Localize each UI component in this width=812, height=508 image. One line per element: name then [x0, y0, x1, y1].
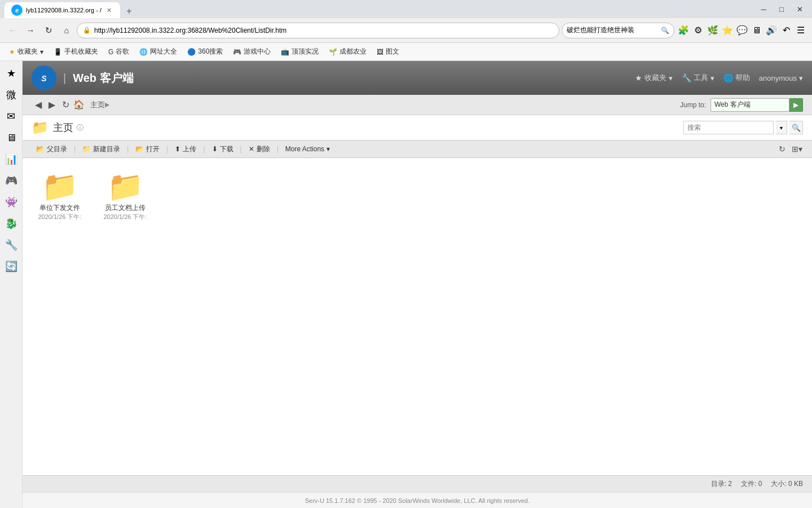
delete-button[interactable]: ✕ 删除	[244, 143, 275, 156]
dropdown-icon: ▾	[40, 48, 43, 56]
parent-dir-icon: 📂	[36, 145, 45, 153]
file-search-input[interactable]	[683, 121, 774, 134]
browser-toolbar-icons: 🧩 ⚙ 🌿 ⭐ 💬 🖥 🔊 ↶ ☰	[677, 24, 807, 37]
download-icon: ⬇	[212, 145, 218, 153]
jump-to-select: ▶	[710, 98, 803, 112]
tab-close-button[interactable]: ✕	[105, 6, 113, 15]
left-sidebar: ★ 微 ✉ 🖥 📊 🎮 👾 🐉 🔧 🔄	[0, 61, 23, 508]
file-item-1[interactable]: 📁 员工文档上传 2020/1/26 下午:	[97, 167, 153, 226]
more-actions-button[interactable]: More Actions ▾	[281, 143, 334, 155]
maximize-button[interactable]: □	[774, 3, 789, 15]
open-icon: 📂	[135, 145, 144, 153]
bookmark-google-icon: G	[108, 48, 113, 56]
folder-info-icon[interactable]: ⓘ	[77, 123, 83, 133]
bookmark-img[interactable]: 🖼 图文	[372, 45, 404, 58]
bookmark-agri[interactable]: 🌱 成都农业	[324, 45, 371, 58]
close-button[interactable]: ✕	[792, 3, 807, 15]
bookmark-hao123-icon: 🌐	[139, 48, 148, 56]
bookmark-mobile-icon: 📱	[54, 48, 62, 56]
nav-bar: ← → ↻ ⌂ 🔒 🔍 🧩 ⚙ 🌿 ⭐ 💬 🖥 🔊 ↶ ☰	[0, 18, 812, 43]
folder-item-icon-1: 📁	[107, 172, 144, 201]
servu-favorites-menu[interactable]: ★ 收藏夹 ▾	[635, 73, 673, 83]
refresh-button[interactable]: ↻	[41, 23, 56, 38]
bookmark-top[interactable]: 📺 顶顶实况	[276, 45, 323, 58]
file-search-submit-button[interactable]: 🔍	[789, 121, 803, 134]
addon5-icon[interactable]: 🔊	[765, 24, 778, 37]
view-toggle-bar: ↻ ⊞▾	[776, 143, 803, 155]
back-button[interactable]: ←	[5, 23, 20, 38]
sidebar-monitor-icon[interactable]: 🖥	[1, 128, 21, 148]
help-icon: 🌐	[723, 73, 733, 82]
browser-search-input[interactable]	[567, 27, 659, 34]
star-icon: ★	[635, 73, 642, 82]
sidebar-email-icon[interactable]: ✉	[1, 106, 21, 126]
tab-bar: e lyb11292008.in.3322.org - / ✕ +	[5, 0, 136, 18]
sidebar-weibo-icon[interactable]: 微	[1, 85, 21, 105]
parent-dir-button[interactable]: 📂 父目录	[32, 143, 72, 156]
tab-favicon: e	[11, 5, 23, 16]
bookmarks-bar: ★ 收藏夹 ▾ 📱 手机收藏夹 G 谷歌 🌐 网址大全 🔵 360搜索 🎮 游戏…	[0, 43, 812, 61]
jump-to-input[interactable]	[710, 98, 789, 112]
menu-icon[interactable]: ☰	[794, 24, 807, 37]
search-icon[interactable]: 🔍	[661, 27, 669, 34]
open-button[interactable]: 📂 打开	[131, 143, 164, 156]
delete-icon: ✕	[249, 145, 254, 153]
address-input[interactable]	[94, 27, 553, 34]
separator5: |	[240, 145, 242, 153]
addon1-icon[interactable]: 🌿	[706, 24, 720, 37]
file-count: 文件: 0	[741, 479, 762, 489]
jump-to-bar: Jump to: ▶	[680, 98, 803, 112]
upload-button[interactable]: ⬆ 上传	[170, 143, 201, 156]
file-name-1: 员工文档上传	[105, 203, 145, 213]
toolbar-back-button[interactable]: ◀	[32, 98, 45, 112]
bookmarks-folder[interactable]: ★ 收藏夹 ▾	[5, 45, 48, 58]
file-action-toolbar: 📂 父目录 | 📁 新建目录 | 📂 打开 | ⬆	[23, 140, 812, 158]
file-refresh-button[interactable]: ↻	[776, 143, 788, 155]
file-search-dropdown-button[interactable]: ▾	[776, 121, 787, 134]
minimize-button[interactable]: ─	[756, 3, 771, 15]
servu-tools-menu[interactable]: 🔧 工具 ▾	[682, 73, 714, 83]
title-bar: e lyb11292008.in.3322.org - / ✕ + ─ □ ✕	[0, 0, 812, 18]
sidebar-game2-icon[interactable]: 👾	[1, 192, 21, 212]
file-status-bar: 目录: 2 文件: 0 大小: 0 KB	[23, 475, 812, 492]
servu-navigation: ★ 收藏夹 ▾ 🔧 工具 ▾ 🌐 帮助 anonymous	[635, 73, 803, 83]
forward-button[interactable]: →	[23, 23, 38, 38]
bookmark-games[interactable]: 🎮 游戏中心	[228, 45, 275, 58]
servu-app-title: Web 客户端	[73, 71, 133, 86]
toolbar-refresh-button[interactable]: ↻	[59, 98, 72, 112]
addon4-icon[interactable]: 🖥	[750, 24, 764, 37]
sidebar-util-icon[interactable]: 🔧	[1, 235, 21, 255]
tools-icon[interactable]: ⚙	[691, 24, 705, 37]
addon2-icon[interactable]: ⭐	[721, 24, 734, 37]
download-button[interactable]: ⬇ 下载	[208, 143, 238, 156]
sidebar-sync-icon[interactable]: 🔄	[1, 256, 21, 277]
file-item-0[interactable]: 📁 单位下发文件 2020/1/26 下午:	[32, 167, 88, 226]
upload-icon: ⬆	[175, 145, 180, 153]
bookmark-google[interactable]: G 谷歌	[104, 45, 134, 58]
toolbar-home-button[interactable]: 🏠	[72, 98, 86, 112]
addon3-icon[interactable]: 💬	[735, 24, 749, 37]
bookmark-hao123[interactable]: 🌐 网址大全	[135, 45, 182, 58]
path-current: 主页	[90, 100, 105, 110]
bookmark-mobile[interactable]: 📱 手机收藏夹	[49, 45, 103, 58]
new-folder-button[interactable]: 📁 新建目录	[78, 143, 125, 156]
home-button[interactable]: ⌂	[59, 23, 74, 38]
separator2: |	[127, 145, 129, 153]
sidebar-game3-icon[interactable]: 🐉	[1, 213, 21, 234]
addon6-icon[interactable]: ↶	[779, 24, 793, 37]
jump-to-go-button[interactable]: ▶	[789, 98, 803, 112]
folder-item-icon: 📁	[42, 172, 78, 201]
servu-user-menu[interactable]: anonymous ▾	[759, 74, 803, 82]
view-mode-button[interactable]: ⊞▾	[791, 143, 803, 155]
browser-tab[interactable]: e lyb11292008.in.3322.org - / ✕	[5, 2, 120, 18]
sidebar-chart-icon[interactable]: 📊	[1, 149, 21, 169]
separator4: |	[203, 145, 205, 153]
separator6: |	[277, 145, 279, 153]
servu-help-menu[interactable]: 🌐 帮助	[723, 73, 750, 83]
toolbar-forward-button[interactable]: ▶	[45, 98, 59, 112]
extensions-icon[interactable]: 🧩	[677, 24, 690, 37]
sidebar-game1-icon[interactable]: 🎮	[1, 170, 21, 191]
sidebar-favorites-icon[interactable]: ★	[1, 63, 21, 84]
new-tab-button[interactable]: +	[122, 5, 136, 18]
bookmark-360[interactable]: 🔵 360搜索	[183, 45, 227, 58]
